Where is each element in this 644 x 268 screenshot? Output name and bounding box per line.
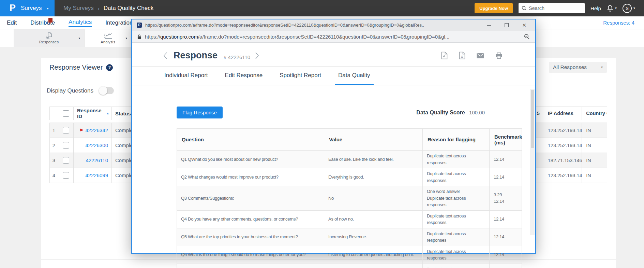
scrollbar-thumb[interactable]	[531, 90, 534, 148]
response-id-link[interactable]: 42226342	[85, 127, 108, 133]
lock-icon	[137, 34, 141, 39]
breadcrumb-separator-icon: ›	[98, 5, 100, 11]
close-button[interactable]: ✕	[522, 23, 526, 28]
breadcrumb-current: Data Quality Check	[104, 5, 153, 12]
dq-benchmark-cell: 12.14	[490, 168, 522, 186]
tab-individual-report[interactable]: Individual Report	[161, 67, 211, 85]
response-id-header[interactable]: Response ID ▲	[73, 107, 112, 120]
surveys-menu[interactable]: P Surveys ▾	[0, 0, 55, 16]
dq-table-row: Q2 What changes would most improve our p…	[177, 168, 522, 186]
export-excel-icon[interactable]: x	[459, 52, 465, 59]
maximize-icon	[505, 23, 509, 27]
chevron-down-icon: ▾	[615, 6, 617, 10]
page-title-row: Response Viewer ?	[49, 64, 113, 71]
country-code-cell: IN	[582, 168, 607, 183]
country-code-cell: IN	[582, 153, 607, 168]
email-icon[interactable]	[477, 53, 484, 58]
dq-reason-cell: Duplicate text across responses	[423, 228, 490, 246]
select-all-checkbox[interactable]	[63, 110, 69, 117]
avatar: S	[623, 4, 632, 13]
print-icon[interactable]	[495, 52, 503, 59]
flag-response-button[interactable]: Flag Response	[177, 107, 223, 118]
country-code-header[interactable]: Country Co	[582, 107, 607, 120]
row-checkbox[interactable]	[63, 172, 69, 179]
export-icons: x	[441, 52, 503, 59]
minimize-button[interactable]	[487, 25, 491, 26]
help-icon[interactable]: ?	[106, 64, 113, 71]
table-row: 123.252.193.148IN	[525, 168, 607, 183]
account-menu[interactable]: S ▾	[623, 4, 635, 13]
zoom-out-icon[interactable]	[524, 34, 530, 40]
dq-table-row: Q1 QWhat do you like most about our new …	[177, 151, 522, 168]
response-tabs: Individual Report Edit Response Spotligh…	[132, 67, 535, 85]
dq-reason-cell: Duplicate text across responses	[423, 264, 490, 268]
dq-header-row: Question Value Reason for flagging Bench…	[177, 129, 522, 151]
ip-address-cell: 123.252.193.148	[543, 123, 582, 138]
dq-benchmark-cell: 12.14	[490, 228, 522, 246]
dq-value-cell: No	[324, 186, 423, 211]
topbar-right: Upgrade Now Help ▾ S ▾	[475, 3, 644, 13]
search-box[interactable]	[519, 3, 585, 13]
response-id-link[interactable]: 42226110	[86, 157, 108, 163]
dq-question-cell: Q1 QWhat do you like most about our new …	[177, 151, 324, 168]
tab-spotlight-report[interactable]: Spotlight Report	[276, 67, 325, 85]
dq-question-cell: Q6 What is the one thing I should do to …	[177, 246, 324, 264]
ip-address-cell: 123.252.193.148	[543, 168, 582, 183]
export-pdf-icon[interactable]	[441, 52, 448, 59]
search-icon	[522, 6, 526, 11]
response-title: Response	[174, 50, 218, 61]
tab-data-quality[interactable]: Data Quality	[335, 67, 374, 85]
chevron-down-icon: ▾	[78, 37, 80, 40]
dq-question-cell: Q4 Do you have any other comments, quest…	[177, 210, 324, 228]
score-value: : 100.00	[465, 110, 485, 115]
ip-address-header[interactable]: IP Address	[543, 107, 582, 120]
row-checkbox[interactable]	[63, 127, 69, 133]
responses-filter-value: All Responses	[553, 64, 587, 70]
responses-filter-dropdown[interactable]: All Responses ▾	[549, 62, 607, 73]
response-id-cell: ⚑42226342	[73, 123, 112, 138]
url-scheme: https://	[145, 34, 160, 40]
dq-table-row: Q5 What are the top priorities in your b…	[177, 228, 522, 246]
analysis-tool[interactable]: Analysis ▾	[84, 29, 131, 47]
table-row: 182.71.153.146IN	[525, 153, 607, 168]
maximize-button[interactable]	[505, 23, 509, 27]
response-id-link[interactable]: 42226300	[85, 142, 108, 148]
search-input[interactable]	[529, 5, 582, 11]
tab-analytics[interactable]: Analytics	[69, 19, 92, 27]
notifications-menu[interactable]: ▾	[607, 4, 617, 12]
chevron-down-icon: ▾	[601, 66, 603, 69]
address-bar[interactable]: https://questionpro.com/a/frame.do?mode=…	[132, 31, 535, 43]
row-number: 2	[49, 138, 58, 153]
dq-benchmark-cell: 12.14	[490, 151, 522, 168]
data-quality-panel: Flag Response Data Quality Score : 100.0…	[132, 85, 522, 268]
display-questions-toggle[interactable]	[100, 87, 114, 94]
flag-row: Flag Response Data Quality Score : 100.0…	[177, 107, 522, 118]
row-checkbox[interactable]	[63, 142, 69, 149]
dq-value-cell: Increasing Revenue.	[324, 228, 423, 246]
display-questions-row: Display Questions	[47, 87, 114, 94]
response-header: Response # 42226110 x	[132, 43, 535, 67]
tab-edit-response[interactable]: Edit Response	[222, 67, 266, 85]
tab-edit[interactable]: Edit	[7, 19, 17, 26]
scrollbar[interactable]	[530, 89, 535, 235]
next-response-button[interactable]	[255, 52, 259, 59]
tab-integration[interactable]: Integration	[105, 19, 133, 26]
address-url: https://questionpro.com/a/frame.do?mode=…	[145, 34, 520, 40]
dq-header-value: Value	[324, 129, 423, 151]
window-controls: ✕	[487, 23, 526, 28]
dq-value-cell: Listening to customer queries and acting…	[324, 246, 423, 264]
responses-tool[interactable]: Responses ▾	[14, 29, 84, 47]
row-number: 4	[49, 168, 58, 183]
response-id-link[interactable]: 42226099	[85, 172, 108, 178]
breadcrumb-my-surveys[interactable]: My Surveys	[63, 5, 94, 12]
bell-icon	[607, 4, 613, 12]
ip-address-cell: 123.252.193.148	[543, 138, 582, 153]
help-link[interactable]: Help	[590, 5, 601, 11]
window-title-bar[interactable]: P https://questionpro.com/a/frame.do?mod…	[132, 19, 535, 31]
responses-tool-label: Responses	[39, 40, 59, 44]
sort-asc-icon: ▲	[106, 112, 109, 115]
row-checkbox[interactable]	[63, 157, 69, 164]
upgrade-now-button[interactable]: Upgrade Now	[475, 3, 513, 13]
checkbox-cell	[58, 123, 74, 138]
previous-response-button[interactable]	[163, 52, 167, 59]
